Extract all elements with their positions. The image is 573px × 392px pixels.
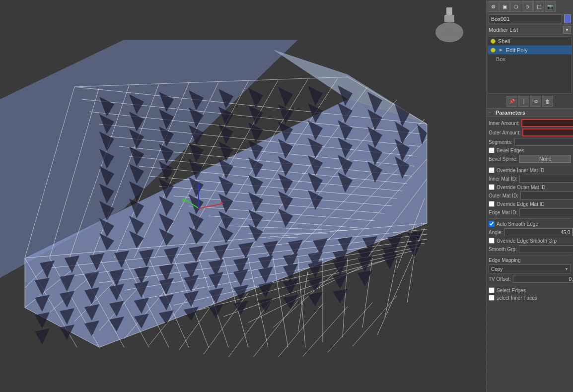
angle-input-group: ▲ ▼ [504,228,573,236]
show-end-btn[interactable]: | [518,96,529,107]
override-outer-mat-label: Override Outer Mat ID [497,185,545,190]
override-edge-smooth-checkbox[interactable] [489,238,495,244]
segments-label: Segments: [489,139,512,145]
outer-mat-id-row: Outer Mat ID: ▲ ▼ [489,192,571,199]
toolbar-icon-2[interactable]: ▣ [499,1,510,12]
edge-mapping-arrow-icon: ▼ [565,267,569,271]
modifier-actions: 📌 | ⚙ 🗑 [487,95,573,108]
smooth-grp-input[interactable] [519,245,573,253]
edge-mapping-dropdown[interactable]: Copy ▼ [489,264,571,273]
bevel-edges-row: Bevel Edges [489,147,571,153]
modifier-label-editpoly: Edit Poly [506,47,527,53]
modifier-item-shell[interactable]: Shell [488,37,572,46]
override-edge-smooth-row: Override Edge Smooth Grp [489,238,571,244]
outer-amount-input[interactable] [522,129,573,136]
toolbar-icon-6[interactable]: 📷 [545,1,556,12]
bevel-edges-checkbox[interactable] [489,147,495,153]
tv-offset-row: TV Offset: ▲ ▼ [489,275,571,283]
object-color-swatch[interactable] [564,14,571,23]
modifier-list-dropdown[interactable]: ▼ [563,26,571,34]
divider-1 [489,165,571,165]
parameters-section: Inner Amount: ▲ ▼ Outer Amount: ▲ ▼ [487,117,573,303]
override-edge-mat-row: Override Edge Mat ID [489,201,571,207]
override-edge-mat-checkbox[interactable] [489,201,495,207]
bevel-spline-row: Bevel Spline: None [489,155,571,163]
inner-amount-input[interactable] [521,119,573,127]
outer-amount-row: Outer Amount: ▲ ▼ [489,129,571,136]
outer-mat-id-input-group: ▲ ▼ [520,192,573,199]
bevel-spline-button[interactable]: None [519,155,571,163]
modifier-label-shell: Shell [498,38,510,44]
parameters-section-header[interactable]: − Parameters [487,108,573,117]
inner-mat-id-input-group: ▲ ▼ [519,175,573,183]
toolbar-icon-1[interactable]: ⚙ [488,1,499,12]
toolbar-icon-5[interactable]: ◫ [533,1,544,12]
select-edges-row: Select Edges [489,287,571,293]
auto-smooth-edge-row: Auto Smooth Edge [489,221,571,227]
select-inner-faces-checkbox[interactable] [489,295,495,301]
edge-mapping-row: Edge Mapping [489,258,571,263]
inner-amount-label: Inner Amount: [489,121,519,126]
segments-input[interactable] [514,138,573,146]
smooth-grp-input-group: ▲ ▼ [519,245,573,253]
inner-amount-input-group: ▲ ▼ [521,119,573,127]
modifier-bulb-editpoly [490,47,496,53]
override-inner-mat-label: Override Inner Mat ID [497,168,544,173]
outer-mat-id-input[interactable] [520,192,573,199]
modifier-bulb-shell [490,38,496,44]
override-outer-mat-row: Override Outer Mat ID [489,184,571,190]
edge-mapping-value: Copy [491,266,565,272]
modifier-stack: Shell ▶ Edit Poly Box [488,36,572,94]
object-name-input[interactable] [489,14,562,23]
inner-mat-id-input[interactable] [519,175,573,183]
section-collapse-icon: − [489,110,494,116]
modifier-expand-editpoly: ▶ [498,47,504,53]
viewport[interactable] [0,0,486,392]
select-inner-faces-row: select Inner Faces [489,295,571,301]
modifier-item-box[interactable]: Box [488,55,572,64]
edge-mat-id-label: Edge Mat ID: [489,210,517,215]
bevel-spline-label: Bevel Spline: [489,156,517,162]
outer-mat-id-label: Outer Mat ID: [489,193,518,198]
tv-offset-input[interactable] [513,275,573,283]
edge-mat-id-row: Edge Mat ID: ▲ ▼ [489,208,571,216]
inner-mat-id-label: Inner Mat ID: [489,176,517,182]
divider-2 [489,218,571,219]
override-inner-mat-row: Override Inner Mat ID [489,167,571,173]
modifier-list-bar: Modifier List ▼ [487,25,573,35]
object-name-bar [487,13,573,25]
toolbar-icon-3[interactable]: ⬡ [510,1,521,12]
tv-offset-input-group: ▲ ▼ [513,275,573,283]
inner-amount-row: Inner Amount: ▲ ▼ [489,119,571,127]
segments-input-group: ▲ ▼ [514,138,573,146]
toolbar-icon-4[interactable]: ⊙ [522,1,533,12]
angle-input[interactable] [504,228,572,236]
auto-smooth-edge-label: Auto Smooth Edge [497,221,538,227]
modifier-item-editpoly[interactable]: ▶ Edit Poly [488,46,572,55]
select-inner-faces-label: select Inner Faces [497,295,537,301]
parameters-section-title: Parameters [496,110,525,116]
svg-rect-279 [444,15,454,22]
svg-rect-280 [446,7,452,15]
divider-3 [489,255,571,256]
edge-mat-id-input[interactable] [519,208,573,216]
outer-amount-input-group: ▲ ▼ [522,129,573,136]
divider-4 [489,285,571,285]
override-outer-mat-checkbox[interactable] [489,184,495,190]
trash-btn[interactable]: 🗑 [542,96,553,107]
configure-btn[interactable]: ⚙ [530,96,541,107]
inner-mat-id-row: Inner Mat ID: ▲ ▼ [489,175,571,183]
override-inner-mat-checkbox[interactable] [489,167,495,173]
smooth-grp-label: Smooth Grp: [489,247,517,252]
pin-stack-btn[interactable]: 📌 [506,96,517,107]
outer-amount-label: Outer Amount: [489,130,520,135]
select-edges-label: Select Edges [497,288,526,293]
angle-label: Angle: [489,230,502,235]
segments-row: Segments: ▲ ▼ [489,138,571,146]
svg-point-278 [435,29,463,36]
select-edges-checkbox[interactable] [489,287,495,293]
bevel-edges-label: Bevel Edges [497,148,524,153]
auto-smooth-edge-checkbox[interactable] [489,221,495,227]
top-toolbar: ⚙ ▣ ⬡ ⊙ ◫ 📷 [487,0,573,13]
edge-mat-id-input-group: ▲ ▼ [519,208,573,216]
